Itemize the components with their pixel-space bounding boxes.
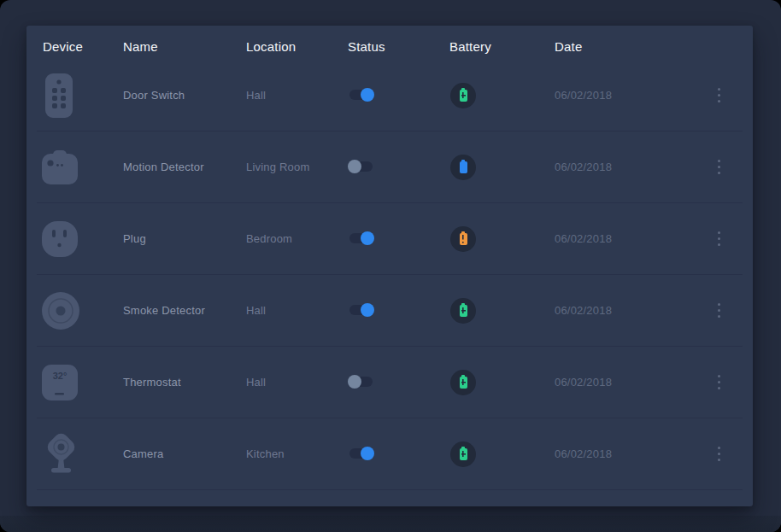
more-options-button[interactable] (714, 300, 724, 321)
toggle-knob (361, 303, 374, 317)
device-location: Bedroom (240, 232, 342, 245)
device-location: Hall (240, 304, 342, 317)
status-toggle[interactable] (349, 161, 373, 172)
device-date: 06/02/2018 (549, 304, 677, 317)
battery-icon (460, 305, 467, 317)
battery-icon (460, 233, 467, 245)
device-name: Camera (117, 447, 240, 460)
toggle-knob (361, 447, 374, 460)
table-header: Device Name Location Status Battery Date (37, 26, 743, 60)
battery-icon (460, 448, 467, 460)
motion-detector-icon (40, 148, 79, 187)
device-date: 06/02/2018 (549, 232, 677, 245)
table-row: Camera Kitchen 06/02/2018 (37, 418, 743, 490)
device-date: 06/02/2018 (549, 161, 677, 173)
column-header-name: Name (117, 39, 240, 54)
battery-indicator (450, 370, 476, 395)
more-options-button[interactable] (714, 85, 724, 106)
table-row: 32° Thermostat Hall 06/02/2018 (37, 347, 743, 418)
battery-indicator (450, 441, 476, 467)
device-name: Door Switch (117, 89, 240, 102)
column-header-location: Location (240, 39, 342, 54)
toggle-knob (348, 375, 361, 389)
more-options-button[interactable] (714, 443, 724, 465)
window-bottom-band (0, 516, 781, 532)
column-header-status: Status (342, 39, 443, 54)
thermostat-temperature-label: 32° (53, 371, 68, 381)
table-row: Door Switch Hall 06/02/2018 (37, 60, 743, 132)
camera-icon (40, 432, 83, 476)
devices-table: Device Name Location Status Battery Date (26, 26, 753, 506)
status-toggle[interactable] (349, 90, 373, 100)
status-toggle[interactable] (349, 377, 373, 387)
toggle-knob (361, 231, 374, 245)
toggle-knob (361, 88, 374, 102)
plug-icon (40, 219, 79, 259)
device-location: Kitchen (240, 447, 342, 460)
table-row: Smoke Detector Hall 06/02/2018 (37, 275, 743, 347)
app-window: Device Name Location Status Battery Date (0, 0, 781, 532)
remote-icon (40, 72, 78, 120)
column-header-device: Device (37, 39, 117, 54)
status-toggle[interactable] (349, 305, 373, 315)
thermostat-icon: 32° (40, 363, 79, 402)
status-toggle[interactable] (349, 448, 373, 459)
device-location: Living Room (240, 161, 342, 173)
battery-indicator (450, 83, 476, 108)
status-toggle[interactable] (349, 233, 373, 243)
table-row: Motion Detector Living Room 06/02/2018 (37, 132, 743, 203)
device-name: Plug (117, 232, 240, 245)
device-date: 06/02/2018 (549, 89, 677, 102)
device-date: 06/02/2018 (549, 376, 677, 389)
column-header-date: Date (549, 39, 677, 54)
smoke-detector-icon (40, 290, 81, 331)
device-location: Hall (240, 376, 342, 389)
more-options-button[interactable] (714, 156, 724, 178)
more-options-button[interactable] (714, 371, 724, 393)
device-name: Smoke Detector (117, 304, 240, 317)
table-row: Plug Bedroom 06/02/2018 (37, 203, 743, 275)
device-date: 06/02/2018 (549, 447, 677, 460)
device-location: Hall (240, 89, 342, 102)
battery-indicator (450, 298, 476, 324)
more-options-button[interactable] (714, 228, 724, 249)
battery-indicator (450, 155, 476, 180)
battery-icon (460, 161, 467, 173)
battery-icon (460, 90, 467, 102)
column-header-battery: Battery (443, 39, 549, 54)
battery-indicator (450, 226, 476, 252)
battery-icon (460, 377, 467, 389)
device-name: Motion Detector (117, 161, 240, 173)
device-name: Thermostat (117, 376, 240, 389)
toggle-knob (348, 160, 361, 173)
